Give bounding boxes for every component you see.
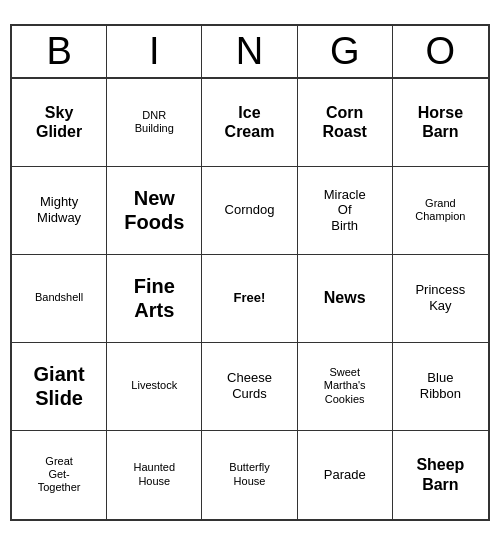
cell-text: Grand Champion xyxy=(415,197,465,223)
bingo-letter: N xyxy=(202,26,297,77)
cell-text: Parade xyxy=(324,467,366,483)
cell-text: Giant Slide xyxy=(34,362,85,410)
bingo-cell: Miracle Of Birth xyxy=(298,167,393,255)
bingo-cell: Bandshell xyxy=(12,255,107,343)
cell-text: Sky Glider xyxy=(36,103,82,141)
bingo-cell: Fine Arts xyxy=(107,255,202,343)
bingo-letter: B xyxy=(12,26,107,77)
bingo-cell: Free! xyxy=(202,255,297,343)
bingo-cell: Butterfly House xyxy=(202,431,297,519)
cell-text: Butterfly House xyxy=(229,461,269,487)
cell-text: Mighty Midway xyxy=(37,194,81,225)
bingo-letter: G xyxy=(298,26,393,77)
cell-text: Fine Arts xyxy=(134,274,175,322)
bingo-cell: Blue Ribbon xyxy=(393,343,488,431)
cell-text: Blue Ribbon xyxy=(420,370,461,401)
bingo-cell: Horse Barn xyxy=(393,79,488,167)
bingo-letter: I xyxy=(107,26,202,77)
bingo-cell: Cheese Curds xyxy=(202,343,297,431)
cell-text: DNR Building xyxy=(135,109,174,135)
bingo-header: BINGO xyxy=(12,26,488,79)
bingo-cell: Giant Slide xyxy=(12,343,107,431)
cell-text: Sweet Martha's Cookies xyxy=(324,366,366,406)
bingo-cell: Haunted House xyxy=(107,431,202,519)
cell-text: Haunted House xyxy=(133,461,175,487)
bingo-letter: O xyxy=(393,26,488,77)
bingo-cell: Sweet Martha's Cookies xyxy=(298,343,393,431)
cell-text: Cheese Curds xyxy=(227,370,272,401)
bingo-cell: DNR Building xyxy=(107,79,202,167)
cell-text: Sheep Barn xyxy=(416,455,464,493)
bingo-grid: Sky GliderDNR BuildingIce CreamCorn Roas… xyxy=(12,79,488,519)
bingo-cell: Livestock xyxy=(107,343,202,431)
bingo-cell: Great Get- Together xyxy=(12,431,107,519)
bingo-cell: Corndog xyxy=(202,167,297,255)
bingo-cell: Mighty Midway xyxy=(12,167,107,255)
cell-text: Horse Barn xyxy=(418,103,463,141)
cell-text: Ice Cream xyxy=(225,103,275,141)
cell-text: Bandshell xyxy=(35,291,83,304)
cell-text: Corn Roast xyxy=(322,103,366,141)
cell-text: Princess Kay xyxy=(415,282,465,313)
bingo-cell: Sheep Barn xyxy=(393,431,488,519)
bingo-cell: News xyxy=(298,255,393,343)
cell-text: News xyxy=(324,288,366,307)
bingo-cell: Sky Glider xyxy=(12,79,107,167)
bingo-cell: Ice Cream xyxy=(202,79,297,167)
cell-text: Livestock xyxy=(131,379,177,392)
bingo-cell: Grand Champion xyxy=(393,167,488,255)
bingo-cell: Princess Kay xyxy=(393,255,488,343)
bingo-cell: Parade xyxy=(298,431,393,519)
cell-text: Miracle Of Birth xyxy=(324,187,366,234)
bingo-card: BINGO Sky GliderDNR BuildingIce CreamCor… xyxy=(10,24,490,521)
bingo-cell: Corn Roast xyxy=(298,79,393,167)
bingo-cell: New Foods xyxy=(107,167,202,255)
cell-text: Free! xyxy=(234,290,266,306)
cell-text: New Foods xyxy=(124,186,184,234)
cell-text: Corndog xyxy=(225,202,275,218)
cell-text: Great Get- Together xyxy=(38,455,81,495)
